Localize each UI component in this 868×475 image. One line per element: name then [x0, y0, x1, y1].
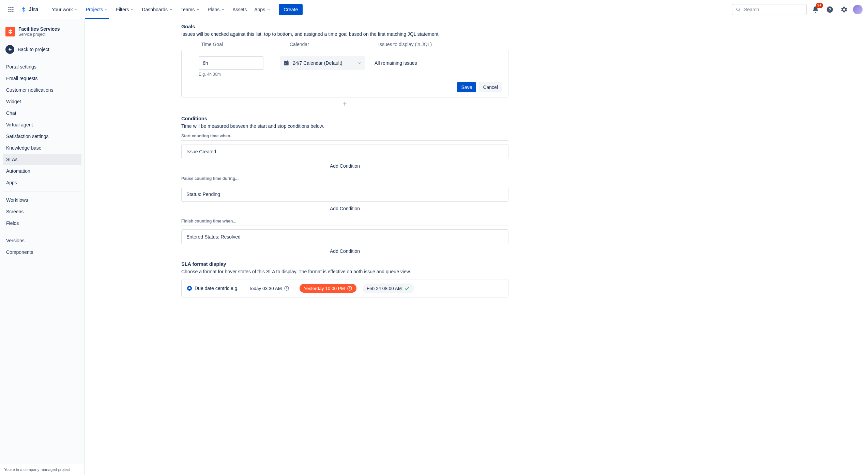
- svg-point-7: [10, 11, 11, 12]
- format-desc: Choose a format for hover states of this…: [181, 269, 508, 274]
- add-goal-button[interactable]: [181, 101, 508, 107]
- sidebar-item-virtual-agent[interactable]: Virtual agent: [3, 119, 81, 131]
- sidebar: Facilities Services Service project Back…: [0, 19, 85, 475]
- project-icon: [5, 27, 15, 36]
- back-icon: [5, 45, 14, 54]
- nav-item-filters[interactable]: Filters: [112, 5, 138, 14]
- start-condition[interactable]: Issue Created: [181, 144, 508, 159]
- calendar-select[interactable]: 24/7 Calendar (Default): [280, 56, 365, 70]
- calendar-value: 24/7 Calendar (Default): [293, 60, 354, 66]
- jql-value: All remaining issues: [368, 60, 502, 66]
- goals-headers: Time Goal Calendar Issues to display (in…: [181, 42, 508, 50]
- chevron-down-icon: [196, 7, 200, 12]
- chevron-down-icon: [104, 7, 108, 12]
- header-time-goal: Time Goal: [201, 42, 290, 47]
- format-radio-due-date[interactable]: Due date centric e.g.: [187, 286, 239, 291]
- nav-item-plans[interactable]: Plans: [204, 5, 228, 14]
- conditions-title: Conditions: [181, 116, 508, 121]
- svg-point-8: [12, 11, 13, 12]
- app-switcher-icon[interactable]: [5, 4, 16, 15]
- chevron-down-icon: [221, 7, 225, 12]
- chevron-down-icon: [169, 7, 173, 12]
- nav-item-projects[interactable]: Projects: [82, 5, 112, 14]
- nav-item-apps[interactable]: Apps: [251, 5, 274, 14]
- sidebar-item-widget[interactable]: Widget: [3, 96, 81, 107]
- sidebar-item-components[interactable]: Components: [3, 246, 81, 258]
- svg-line-11: [739, 10, 740, 11]
- format-option-label: Due date centric e.g.: [195, 286, 239, 291]
- nav-item-teams[interactable]: Teams: [177, 5, 203, 14]
- top-nav: Jira Your workProjectsFiltersDashboardsT…: [0, 0, 868, 19]
- svg-point-1: [10, 7, 11, 8]
- add-pause-condition[interactable]: Add Condition: [181, 204, 508, 213]
- header-calendar: Calendar: [290, 42, 378, 47]
- notifications-icon[interactable]: 9+: [810, 4, 821, 15]
- sidebar-item-satisfaction-settings[interactable]: Satisfaction settings: [3, 131, 81, 142]
- nav-items: Your workProjectsFiltersDashboardsTeamsP…: [48, 5, 274, 14]
- svg-rect-18: [285, 63, 286, 63]
- format-title: SLA format display: [181, 261, 508, 267]
- svg-point-10: [736, 8, 739, 11]
- finish-condition[interactable]: Entered Status: Resolved: [181, 229, 508, 244]
- profile-avatar[interactable]: [853, 5, 863, 14]
- plus-icon: [342, 101, 348, 107]
- pill-today: Today 03:30 AM: [245, 284, 293, 293]
- svg-point-2: [12, 7, 13, 8]
- sidebar-item-screens[interactable]: Screens: [3, 206, 81, 217]
- finish-label: Finish counting time when...: [181, 219, 508, 224]
- save-button[interactable]: Save: [457, 82, 476, 92]
- search-field[interactable]: [743, 6, 803, 13]
- sidebar-item-portal-settings[interactable]: Portal settings: [3, 61, 81, 73]
- project-type: Service project: [18, 32, 60, 37]
- clock-icon: [284, 286, 289, 291]
- svg-point-0: [9, 7, 10, 8]
- clock-alert-icon: [347, 286, 352, 291]
- chevron-down-icon: [267, 7, 271, 12]
- format-option-row: Due date centric e.g. Today 03:30 AM Yes…: [181, 279, 508, 297]
- nav-item-your-work[interactable]: Your work: [48, 5, 82, 14]
- main-content: Goals Issues will be checked against thi…: [85, 19, 868, 475]
- back-to-project[interactable]: Back to project: [0, 42, 84, 58]
- help-icon[interactable]: ?: [824, 4, 835, 15]
- project-header: Facilities Services Service project: [0, 19, 84, 42]
- svg-text:Jira: Jira: [29, 6, 39, 12]
- pill-feb: Feb 24 08:00 AM: [363, 284, 414, 293]
- create-button[interactable]: Create: [279, 4, 303, 15]
- sidebar-item-customer-notifications[interactable]: Customer notifications: [3, 84, 81, 96]
- settings-icon[interactable]: [839, 4, 850, 15]
- svg-point-5: [12, 9, 13, 10]
- svg-point-4: [10, 9, 11, 10]
- sidebar-item-workflows[interactable]: Workflows: [3, 194, 81, 206]
- add-finish-condition[interactable]: Add Condition: [181, 247, 508, 256]
- calendar-icon: [283, 60, 289, 66]
- check-icon: [404, 285, 410, 291]
- svg-text:?: ?: [828, 7, 831, 12]
- sidebar-item-email-requests[interactable]: Email requests: [3, 73, 81, 84]
- pause-condition[interactable]: Status: Pending: [181, 187, 508, 202]
- sidebar-item-fields[interactable]: Fields: [3, 217, 81, 229]
- nav-item-dashboards[interactable]: Dashboards: [138, 5, 177, 14]
- sidebar-item-chat[interactable]: Chat: [3, 107, 81, 119]
- start-label: Start counting time when...: [181, 134, 508, 138]
- sidebar-item-slas[interactable]: SLAs: [3, 154, 81, 165]
- cancel-button[interactable]: Cancel: [479, 82, 502, 92]
- conditions-desc: Time will be measured between the start …: [181, 123, 508, 129]
- sidebar-item-versions[interactable]: Versions: [3, 235, 81, 246]
- goals-title: Goals: [181, 24, 508, 29]
- nav-item-assets[interactable]: Assets: [229, 5, 250, 14]
- sidebar-item-apps[interactable]: Apps: [3, 177, 81, 188]
- time-goal-input[interactable]: [199, 56, 263, 70]
- pill-yesterday: Yesterday 10:00 PM: [300, 284, 356, 293]
- add-start-condition[interactable]: Add Condition: [181, 162, 508, 171]
- jira-logo[interactable]: Jira: [20, 5, 44, 14]
- back-label: Back to project: [18, 47, 49, 52]
- sidebar-item-automation[interactable]: Automation: [3, 165, 81, 177]
- project-name: Facilities Services: [18, 26, 60, 32]
- search-input[interactable]: [732, 4, 807, 15]
- chevron-down-icon: [130, 7, 134, 12]
- svg-point-6: [9, 11, 10, 12]
- sidebar-item-knowledge-base[interactable]: Knowledge base: [3, 142, 81, 154]
- time-goal-hint: E.g. 4h 30m: [199, 72, 502, 77]
- chevron-down-icon: [357, 61, 362, 65]
- radio-icon: [187, 286, 192, 291]
